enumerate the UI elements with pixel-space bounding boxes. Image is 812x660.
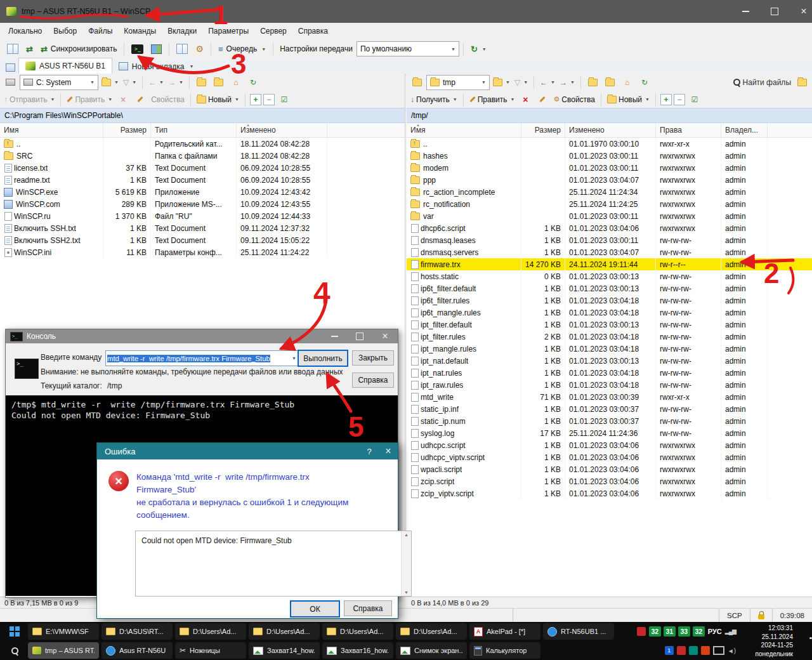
error-detail-box[interactable]: Could not open MTD device: Firmware_Stub…: [135, 531, 412, 597]
tray-app-icon[interactable]: 1: [665, 646, 674, 655]
taskbar-button[interactable]: Калькулятор: [469, 642, 540, 659]
table-row[interactable]: firmware.trx14 270 KB24.11.2024 19:11:44…: [407, 258, 812, 270]
table-row[interactable]: ..Родительский кат...18.11.2024 08:42:28: [0, 138, 405, 150]
panel-options-button[interactable]: [173, 42, 191, 56]
rename-button[interactable]: [535, 93, 550, 106]
session-list-button[interactable]: [3, 62, 18, 74]
forward-button[interactable]: →▼: [558, 76, 576, 89]
menu-item-4[interactable]: Вкладки: [162, 24, 202, 38]
console-help-button[interactable]: Справка: [352, 373, 394, 388]
drive-list-icon[interactable]: [3, 76, 18, 89]
home-directory-button[interactable]: ⌂: [228, 76, 244, 89]
ok-button[interactable]: ОК: [290, 600, 340, 617]
table-row[interactable]: readme.txt1 KBText Document06.09.2024 10…: [0, 174, 405, 186]
root-directory-button[interactable]: [211, 76, 226, 89]
taskbar-button[interactable]: RT-N56UB1 ...: [543, 623, 614, 640]
filter-button[interactable]: ▽▼: [122, 76, 138, 89]
tab-asus-rt-n56u-b1[interactable]: ASUS RT-N56U B1: [18, 58, 112, 74]
parent-directory-button[interactable]: [586, 76, 601, 89]
column-header-name[interactable]: Имя: [0, 123, 103, 137]
table-row[interactable]: ipt_mangle.rules1 KB01.01.2023 03:04:18r…: [407, 343, 812, 355]
minimize-button[interactable]: [322, 329, 347, 343]
menu-item-7[interactable]: Справка: [292, 24, 334, 38]
table-row[interactable]: ppp01.01.2023 03:04:07rwxrwxrwxadmin: [407, 174, 812, 186]
table-row[interactable]: zcip_viptv.script1 KB01.01.2023 03:04:06…: [407, 487, 812, 499]
edit-button[interactable]: Править ▼: [468, 93, 516, 106]
taskbar-button[interactable]: Снимок экран...: [396, 642, 467, 659]
delete-button[interactable]: ×: [115, 93, 131, 106]
rename-button[interactable]: [133, 93, 148, 106]
taskbar-button[interactable]: D:\Users\Ad...: [249, 623, 320, 640]
execute-button[interactable]: Выполнить: [298, 350, 348, 367]
forward-button[interactable]: →▼: [167, 76, 185, 89]
sync-browse-button[interactable]: ⇄: [23, 43, 36, 56]
select-minus-button[interactable]: −: [263, 94, 275, 105]
find-files-button[interactable]: Найти файлы: [731, 76, 792, 89]
column-header-name[interactable]: ▲Имя: [407, 123, 521, 137]
table-row[interactable]: udhcpc.script1 KB01.01.2023 03:04:06rwxr…: [407, 439, 812, 451]
table-row[interactable]: ip6t_filter.rules1 KB01.01.2023 03:04:18…: [407, 294, 812, 307]
table-row[interactable]: hashes01.01.2023 03:00:11rwxrwxrwxadmin: [407, 150, 812, 162]
table-row[interactable]: var01.01.2023 03:00:11rwxrwxrwxadmin: [407, 210, 812, 222]
maximize-button[interactable]: [347, 329, 372, 343]
table-row[interactable]: static_ip.num1 KB01.01.2023 03:00:37rw-r…: [407, 415, 812, 427]
column-header-modified[interactable]: ▲Изменено: [237, 123, 327, 137]
root-directory-button[interactable]: [603, 76, 618, 89]
table-row[interactable]: WinSCP.ini11 KBПараметры конф...25.11.20…: [0, 246, 405, 258]
table-row[interactable]: WinSCP.exe5 619 KBПриложение10.09.2024 1…: [0, 186, 405, 198]
table-row[interactable]: wpacli.script1 KB01.01.2023 03:04:06rwxr…: [407, 463, 812, 475]
synchronize-button[interactable]: ⇄ Синхронизировать: [37, 43, 121, 56]
tray-app-icon[interactable]: [689, 646, 698, 655]
table-row[interactable]: hosts.static0 KB01.01.2023 03:00:13rw-rw…: [407, 270, 812, 282]
table-row[interactable]: dnsmasq.leases1 KB01.01.2023 03:00:11rw-…: [407, 234, 812, 246]
encryption-segment[interactable]: [750, 609, 772, 623]
speaker-icon[interactable]: ◄): [728, 647, 736, 654]
table-row[interactable]: ipt_nat.default1 KB01.01.2023 03:00:13rw…: [407, 355, 812, 367]
home-directory-button[interactable]: ⌂: [620, 76, 635, 89]
taskbar-button[interactable]: D:\ASUS\RT...: [102, 623, 173, 640]
table-row[interactable]: ipt_filter.default1 KB01.01.2023 03:00:1…: [407, 319, 812, 331]
table-row[interactable]: dnsmasq.servers1 KB01.01.2023 03:04:07rw…: [407, 246, 812, 258]
taskbar-button[interactable]: tmp – ASUS RT...: [28, 642, 99, 659]
preferences-button[interactable]: ⚙: [192, 42, 207, 56]
select-plus-button[interactable]: +: [660, 94, 672, 105]
close-button[interactable]: ×: [372, 329, 398, 343]
close-button[interactable]: ×: [789, 0, 812, 23]
open-console-button[interactable]: >_: [128, 43, 147, 56]
network-icon[interactable]: ▂▄▆: [725, 628, 736, 635]
transfer-settings-select[interactable]: По умолчанию ▼: [357, 41, 459, 56]
close-button[interactable]: ×: [379, 443, 398, 459]
invert-selection-button[interactable]: ☑: [277, 93, 292, 106]
table-row[interactable]: ..01.01.1970 03:00:10rwxr-xr-xadmin: [407, 138, 812, 150]
table-row[interactable]: syslog.log17 KB25.11.2024 11:24:36rw-rw-…: [407, 427, 812, 439]
menu-item-5[interactable]: Параметры: [202, 24, 254, 38]
tab-new-tab[interactable]: Новая вкладка ▼: [112, 59, 200, 74]
table-row[interactable]: rc_action_incomplete25.11.2024 11:24:34r…: [407, 186, 812, 198]
taskbar-button[interactable]: Захват16_how...: [322, 642, 393, 659]
table-row[interactable]: ipt_filter.rules2 KB01.01.2023 03:04:18r…: [407, 331, 812, 343]
menu-item-1[interactable]: Выбор: [48, 24, 82, 38]
error-dialog-title-bar[interactable]: Ошибка ? ×: [97, 443, 398, 459]
tray-app-icon[interactable]: [637, 627, 646, 636]
new-button[interactable]: Новый▼: [606, 93, 651, 106]
delete-button[interactable]: ×: [518, 93, 533, 106]
properties-button[interactable]: ⚙Свойства: [552, 93, 596, 106]
taskbar-button[interactable]: D:\Users\Ad...: [396, 623, 467, 640]
back-button[interactable]: ←▼: [147, 76, 165, 89]
taskbar-button[interactable]: ✂Ножницы: [175, 642, 246, 659]
table-row[interactable]: ipt_nat.rules1 KB01.01.2023 03:04:18rw-r…: [407, 367, 812, 379]
table-row[interactable]: modem01.01.2023 03:00:11rwxrwxrwxadmin: [407, 162, 812, 174]
table-row[interactable]: zcip.script1 KB01.01.2023 03:04:06rwxrwx…: [407, 475, 812, 487]
table-row[interactable]: rc_notification25.11.2024 11:24:25rwxrwx…: [407, 198, 812, 210]
table-row[interactable]: SRCПапка с файлами18.11.2024 08:42:28: [0, 150, 405, 162]
taskbar-button[interactable]: D:\Users\Ad...: [322, 623, 393, 640]
table-row[interactable]: Включить SSH.txt1 KBText Document09.11.2…: [0, 222, 405, 234]
monitor-icon[interactable]: [713, 646, 724, 655]
keyboard-language[interactable]: РУС: [708, 628, 722, 635]
select-minus-button[interactable]: −: [674, 94, 685, 105]
column-header-rights[interactable]: Права: [656, 123, 721, 137]
table-row[interactable]: ip6t_mangle.rules1 KB01.01.2023 03:04:18…: [407, 307, 812, 319]
taskbar-clock[interactable]: 12:03:3125.11.20242024-11-25понедельник: [737, 624, 793, 658]
table-row[interactable]: ip6t_filter.default1 KB01.01.2023 03:00:…: [407, 282, 812, 294]
tray-app-icon[interactable]: [677, 646, 686, 655]
